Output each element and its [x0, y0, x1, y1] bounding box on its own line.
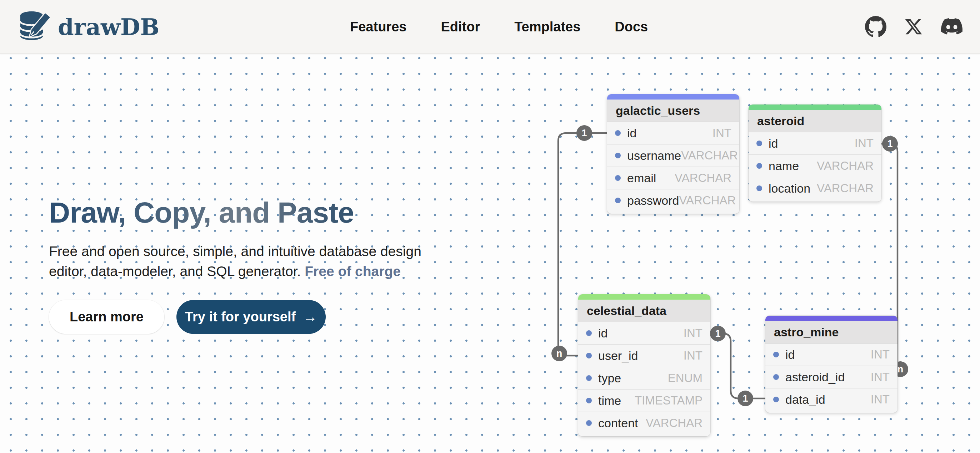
field-dot-icon	[756, 141, 762, 146]
nav-links: Features Editor Templates Docs	[350, 0, 648, 54]
table-title: galactic_users	[607, 100, 739, 122]
table-field-row: idINT	[765, 344, 897, 366]
page-title: Draw, Copy, and Paste	[49, 196, 422, 229]
x-twitter-icon[interactable]	[904, 17, 923, 36]
table-field-row: timeTIMESTAMP	[578, 390, 710, 412]
field-dot-icon	[586, 375, 592, 381]
hero-subtitle-line1: Free and open source, simple, and intuit…	[49, 244, 422, 259]
nav-link-templates[interactable]: Templates	[514, 19, 581, 35]
cardinality-badge: n	[551, 345, 567, 361]
field-dot-icon	[586, 398, 592, 404]
field-type: INT	[713, 126, 732, 140]
field-name: type	[598, 371, 621, 385]
field-name: time	[598, 394, 621, 408]
field-type: INT	[684, 326, 703, 340]
field-name: id	[768, 136, 778, 150]
free-of-charge-label: Free of charge	[305, 264, 401, 279]
nav-link-editor[interactable]: Editor	[441, 19, 480, 35]
field-dot-icon	[586, 420, 592, 426]
field-name: content	[598, 416, 638, 430]
field-name: user_id	[598, 349, 638, 363]
table-field-row: locationVARCHAR	[749, 177, 881, 200]
field-dot-icon	[615, 153, 621, 158]
drawdb-logo-icon	[19, 10, 53, 44]
field-name: email	[627, 171, 656, 185]
field-name: id	[785, 348, 795, 362]
table-field-row: nameVARCHAR	[749, 155, 881, 177]
hero-subtitle: Free and open source, simple, and intuit…	[49, 241, 422, 282]
cardinality-badge: 1	[738, 391, 753, 406]
table-field-row: idINT	[578, 322, 710, 345]
table-field-row: emailVARCHAR	[607, 167, 739, 189]
discord-icon[interactable]	[941, 18, 963, 36]
field-type: VARCHAR	[675, 171, 732, 185]
hero-subtitle-line2: editor, data-modeler, and SQL generator.	[49, 264, 301, 279]
field-dot-icon	[615, 175, 621, 181]
field-dot-icon	[756, 185, 762, 191]
social-icons	[865, 0, 963, 54]
field-type: VARCHAR	[679, 194, 736, 207]
table-accent-bar	[607, 94, 739, 100]
brand-name: drawDB	[58, 14, 160, 40]
table-title: asteroid	[749, 110, 881, 132]
table-celestial_data: celestial_dataidINTuser_idINTtypeENUMtim…	[578, 294, 710, 436]
table-field-row: idINT	[749, 132, 881, 155]
nav-link-features[interactable]: Features	[350, 19, 406, 35]
field-type: ENUM	[668, 371, 703, 385]
field-name: id	[627, 126, 636, 140]
field-name: asteroid_id	[785, 370, 845, 384]
field-dot-icon	[773, 352, 779, 357]
field-name: username	[627, 149, 681, 163]
field-name: id	[598, 326, 608, 340]
field-name: password	[627, 194, 679, 207]
table-galactic_users: galactic_usersidINTusernameVARCHARemailV…	[607, 94, 739, 214]
field-type: VARCHAR	[817, 182, 873, 195]
field-type: INT	[684, 349, 703, 363]
field-dot-icon	[773, 397, 779, 402]
field-name: location	[768, 182, 810, 195]
hero-section: Draw, Copy, and Paste Free and open sour…	[49, 196, 422, 334]
field-type: VARCHAR	[681, 149, 738, 162]
field-type: INT	[871, 393, 889, 406]
relationship-line-celestial-astro	[710, 334, 765, 398]
table-field-row: asteroid_idINT	[765, 366, 897, 388]
github-icon[interactable]	[865, 16, 886, 38]
field-type: VARCHAR	[646, 416, 703, 430]
table-field-row: typeENUM	[578, 367, 710, 390]
field-type: TIMESTAMP	[635, 394, 703, 407]
table-field-row: contentVARCHAR	[578, 412, 710, 434]
learn-more-button[interactable]: Learn more	[49, 300, 164, 334]
navbar: drawDB Features Editor Templates Docs	[0, 0, 980, 54]
cardinality-badge: 1	[882, 136, 898, 152]
nav-link-docs[interactable]: Docs	[615, 19, 648, 35]
field-type: INT	[871, 370, 889, 384]
table-field-row: usernameVARCHAR	[607, 144, 739, 167]
table-field-row: user_idINT	[578, 345, 710, 367]
field-dot-icon	[586, 330, 592, 336]
field-dot-icon	[586, 353, 592, 358]
arrow-right-icon: →	[303, 309, 317, 325]
cardinality-badge: 1	[710, 326, 726, 341]
table-asteroid: asteroididINTnameVARCHARlocationVARCHAR	[749, 105, 881, 201]
field-name: name	[768, 159, 799, 173]
table-field-row: passwordVARCHAR	[607, 189, 739, 212]
table-field-row: idINT	[607, 122, 739, 144]
try-it-button[interactable]: Try it for yourself →	[177, 300, 326, 334]
table-field-row: data_idINT	[765, 388, 897, 410]
field-dot-icon	[773, 374, 779, 380]
field-type: INT	[871, 348, 889, 361]
table-title: celestial_data	[578, 299, 710, 322]
diagram-canvas: 1n111n galactic_usersidINTusernameVARCHA…	[0, 54, 980, 453]
field-name: data_id	[785, 393, 826, 407]
brand-logo[interactable]: drawDB	[19, 0, 160, 54]
table-accent-bar	[749, 105, 881, 110]
table-astro_mine: astro_mineidINTasteroid_idINTdata_idINT	[765, 316, 897, 413]
table-title: astro_mine	[765, 321, 897, 344]
field-type: INT	[854, 136, 873, 150]
cardinality-badge: 1	[576, 125, 592, 141]
try-it-label: Try it for yourself	[185, 309, 296, 325]
drawdb-landing-page: 1n111n galactic_usersidINTusernameVARCHA…	[0, 0, 980, 453]
field-dot-icon	[615, 130, 621, 136]
field-dot-icon	[615, 198, 621, 203]
table-accent-bar	[765, 316, 897, 321]
